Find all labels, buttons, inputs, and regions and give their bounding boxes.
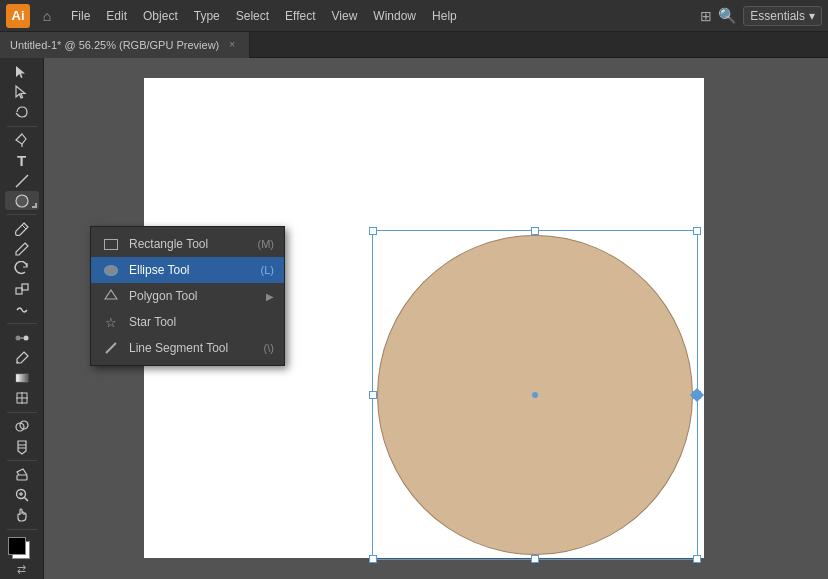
shape-tool-flyout: Rectangle Tool (M) Ellipse Tool (L) Poly… — [90, 226, 285, 366]
menu-file[interactable]: File — [64, 7, 97, 25]
menu-select[interactable]: Select — [229, 7, 276, 25]
tool-menu-polygon[interactable]: Polygon Tool ▶ — [91, 283, 284, 309]
menu-object[interactable]: Object — [136, 7, 185, 25]
tool-menu-ellipse[interactable]: Ellipse Tool (L) — [91, 257, 284, 283]
line-tool-label: Line Segment Tool — [129, 341, 228, 355]
home-icon[interactable]: ⌂ — [36, 5, 58, 27]
ellipse-tool-label: Ellipse Tool — [129, 263, 189, 277]
rectangle-tool-label: Rectangle Tool — [129, 237, 208, 251]
svg-point-1 — [16, 195, 28, 207]
star-tool-label: Star Tool — [129, 315, 176, 329]
toolbar-separator-3 — [7, 323, 37, 324]
ellipse-object[interactable] — [372, 230, 698, 560]
rotate-tool[interactable] — [5, 260, 39, 279]
mesh-tool[interactable] — [5, 389, 39, 408]
tool-menu-line[interactable]: Line Segment Tool (\) — [91, 335, 284, 361]
scale-tool[interactable] — [5, 280, 39, 299]
tab-bar: Untitled-1* @ 56.25% (RGB/GPU Preview) × — [0, 32, 828, 58]
menu-right-controls: ⊞ 🔍 Essentials ▾ — [700, 6, 822, 26]
workspace-chevron: ▾ — [809, 9, 815, 23]
menu-effect[interactable]: Effect — [278, 7, 322, 25]
canvas-area: Rectangle Tool (M) Ellipse Tool (L) Poly… — [44, 58, 828, 579]
paintbrush-tool[interactable] — [5, 219, 39, 238]
line-tool-shortcut: (\) — [264, 342, 274, 354]
svg-line-0 — [16, 175, 28, 187]
svg-point-5 — [15, 335, 20, 340]
toolbar-separator-5 — [7, 460, 37, 461]
tool-menu-rectangle[interactable]: Rectangle Tool (M) — [91, 231, 284, 257]
svg-point-8 — [16, 361, 18, 363]
line-tool-icon — [101, 340, 121, 356]
shape-builder-tool[interactable] — [5, 417, 39, 436]
workspace-label: Essentials — [750, 9, 805, 23]
menu-window[interactable]: Window — [366, 7, 423, 25]
center-point — [532, 392, 538, 398]
eraser-tool[interactable] — [5, 465, 39, 484]
svg-rect-3 — [16, 288, 22, 294]
toolbar-separator-6 — [7, 529, 37, 530]
direct-select-tool[interactable] — [5, 82, 39, 101]
svg-rect-4 — [22, 284, 28, 290]
blend-tool[interactable] — [5, 328, 39, 347]
workspace-selector[interactable]: Essentials ▾ — [743, 6, 822, 26]
svg-rect-17 — [17, 475, 27, 480]
type-tool[interactable]: T — [5, 151, 39, 170]
svg-rect-9 — [16, 374, 28, 382]
gradient-tool[interactable] — [5, 369, 39, 388]
eyedropper-tool[interactable] — [5, 348, 39, 367]
left-toolbar: T — [0, 58, 44, 579]
document-tab[interactable]: Untitled-1* @ 56.25% (RGB/GPU Preview) × — [0, 32, 250, 58]
polygon-tool-icon — [101, 288, 121, 304]
menu-type[interactable]: Type — [187, 7, 227, 25]
polygon-submenu-arrow: ▶ — [266, 291, 274, 302]
warp-tool[interactable] — [5, 300, 39, 319]
tab-close-button[interactable]: × — [225, 38, 239, 52]
rectangle-tool-icon — [101, 236, 121, 252]
svg-line-19 — [24, 497, 28, 501]
ellipse-tool-icon — [101, 262, 121, 278]
menu-bar: Ai ⌂ File Edit Object Type Select Effect… — [0, 0, 828, 32]
foreground-color-box[interactable] — [8, 537, 26, 555]
polygon-tool-label: Polygon Tool — [129, 289, 198, 303]
pen-tool[interactable] — [5, 130, 39, 149]
menu-help[interactable]: Help — [425, 7, 464, 25]
color-swatches[interactable] — [8, 537, 36, 556]
zoom-tool[interactable] — [5, 485, 39, 504]
rectangle-tool-shortcut: (M) — [258, 238, 275, 250]
svg-marker-22 — [105, 290, 117, 299]
hand-tool[interactable] — [5, 505, 39, 524]
toolbar-separator-1 — [7, 126, 37, 127]
layout-grid-icon[interactable]: ⊞ — [700, 8, 712, 24]
swap-colors-icon[interactable]: ⇄ — [5, 560, 39, 579]
svg-line-2 — [22, 225, 26, 229]
toolbar-separator-2 — [7, 214, 37, 215]
tool-menu-star[interactable]: ☆ Star Tool — [91, 309, 284, 335]
pencil-tool[interactable] — [5, 239, 39, 258]
toolbar-separator-4 — [7, 412, 37, 413]
handle-bottom-center[interactable] — [531, 555, 539, 563]
selection-tool[interactable] — [5, 62, 39, 81]
line-tool[interactable] — [5, 171, 39, 190]
app-logo: Ai — [6, 4, 30, 28]
shape-tool[interactable] — [5, 191, 39, 210]
ellipse-tool-shortcut: (L) — [261, 264, 274, 276]
main-layout: T — [0, 58, 828, 579]
lasso-tool[interactable] — [5, 103, 39, 122]
tool-flyout-indicator — [32, 203, 37, 208]
star-tool-icon: ☆ — [101, 314, 121, 330]
tab-title: Untitled-1* @ 56.25% (RGB/GPU Preview) — [10, 39, 219, 51]
search-icon[interactable]: 🔍 — [718, 7, 737, 25]
svg-point-6 — [23, 335, 28, 340]
ellipse-shape[interactable] — [377, 235, 693, 555]
menu-view[interactable]: View — [325, 7, 365, 25]
menu-edit[interactable]: Edit — [99, 7, 134, 25]
live-paint-tool[interactable] — [5, 437, 39, 456]
